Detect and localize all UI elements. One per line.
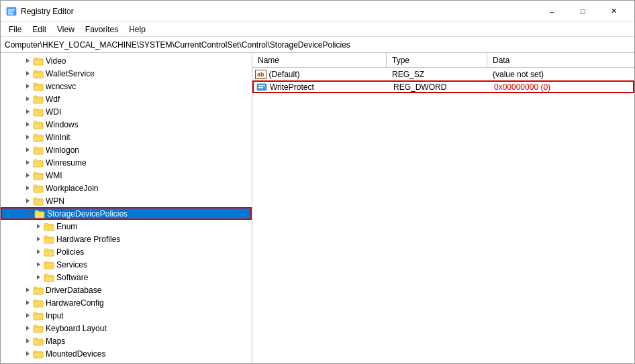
folder-icon bbox=[33, 158, 44, 168]
registry-value-row[interactable]: WriteProtectREG_DWORD0x00000000 (0) bbox=[252, 80, 634, 93]
svg-marker-5 bbox=[26, 71, 30, 76]
expand-icon[interactable] bbox=[22, 298, 33, 308]
expand-icon[interactable] bbox=[22, 94, 33, 105]
expand-icon[interactable] bbox=[33, 272, 44, 283]
svg-marker-10 bbox=[26, 135, 30, 139]
tree-item-label: Input bbox=[46, 311, 64, 320]
tree-item[interactable]: Wdf bbox=[1, 93, 252, 105]
folder-icon bbox=[33, 133, 44, 142]
tree-item-label: WDI bbox=[46, 107, 61, 117]
tree-item[interactable]: Policies bbox=[1, 245, 252, 258]
expand-icon[interactable] bbox=[22, 68, 33, 79]
menu-bar: FileEditViewFavoritesHelp bbox=[1, 22, 634, 37]
menu-item-edit[interactable]: Edit bbox=[27, 23, 52, 36]
folder-icon bbox=[44, 235, 54, 244]
folder-icon bbox=[44, 273, 54, 282]
expand-icon[interactable] bbox=[22, 158, 33, 168]
menu-item-help[interactable]: Help bbox=[124, 23, 151, 36]
tree-item[interactable]: StorageDevicePolicies bbox=[1, 207, 252, 220]
tree-item[interactable]: DriverDatabase bbox=[1, 284, 252, 296]
tree-item-label: Software bbox=[56, 273, 88, 282]
tree-item[interactable]: WPN bbox=[1, 194, 252, 207]
svg-marker-15 bbox=[26, 198, 30, 203]
expand-icon[interactable] bbox=[22, 132, 33, 143]
window-controls: – □ ✕ bbox=[536, 1, 629, 22]
expand-icon[interactable] bbox=[22, 310, 33, 321]
svg-rect-3 bbox=[8, 13, 13, 15]
folder-icon bbox=[44, 260, 54, 269]
expand-icon[interactable] bbox=[22, 323, 33, 334]
folder-icon bbox=[33, 362, 44, 364]
folder-icon bbox=[33, 184, 44, 193]
tree-item[interactable]: HardwareConfig bbox=[1, 296, 252, 309]
expand-icon[interactable] bbox=[22, 285, 33, 296]
address-path: Computer\HKEY_LOCAL_MACHINE\SYSTEM\Curre… bbox=[5, 40, 350, 50]
expand-icon[interactable] bbox=[22, 349, 33, 359]
folder-icon bbox=[44, 222, 54, 231]
expand-icon[interactable] bbox=[22, 81, 33, 92]
svg-marker-19 bbox=[37, 249, 40, 254]
window-title: Registry Editor bbox=[21, 7, 536, 16]
svg-marker-12 bbox=[26, 160, 30, 165]
minimize-button[interactable]: – bbox=[536, 1, 567, 22]
expand-icon[interactable] bbox=[22, 336, 33, 347]
tree-item[interactable]: Video bbox=[1, 54, 252, 67]
svg-rect-31 bbox=[258, 85, 265, 86]
tree-item[interactable]: wcncsvc bbox=[1, 80, 252, 93]
tree-item[interactable]: WalletService bbox=[1, 67, 252, 80]
folder-icon bbox=[33, 298, 44, 308]
folder-icon bbox=[33, 171, 44, 180]
tree-item-label: Winlogon bbox=[46, 145, 79, 155]
svg-marker-4 bbox=[26, 58, 30, 63]
expand-icon[interactable] bbox=[33, 259, 44, 270]
tree-item[interactable]: ResourceManager bbox=[1, 360, 252, 363]
tree-item[interactable]: Windows bbox=[1, 118, 252, 131]
tree-item[interactable]: MountedDevices bbox=[1, 347, 252, 360]
expand-icon[interactable] bbox=[22, 56, 33, 66]
tree-item-label: Services bbox=[56, 260, 87, 269]
tree-item[interactable]: WDI bbox=[1, 105, 252, 118]
registry-value-name: WriteProtect bbox=[254, 82, 388, 93]
expand-icon[interactable] bbox=[22, 361, 33, 364]
folder-icon bbox=[33, 286, 44, 295]
tree-item[interactable]: Hardware Profiles bbox=[1, 233, 252, 245]
data-panel[interactable]: ab(Default)REG_SZ(value not set) WritePr… bbox=[252, 68, 634, 363]
tree-item[interactable]: Software bbox=[1, 271, 252, 284]
tree-item[interactable]: Services bbox=[1, 258, 252, 271]
svg-rect-1 bbox=[8, 9, 15, 11]
svg-marker-21 bbox=[37, 275, 40, 280]
expand-icon[interactable] bbox=[22, 107, 33, 117]
tree-item-label: WPN bbox=[46, 196, 64, 206]
tree-item[interactable]: Maps bbox=[1, 335, 252, 347]
svg-marker-9 bbox=[26, 122, 30, 127]
svg-marker-7 bbox=[26, 97, 30, 101]
tree-item-label: Maps bbox=[46, 337, 65, 346]
tree-item[interactable]: Winresume bbox=[1, 156, 252, 169]
expand-icon[interactable] bbox=[33, 247, 44, 257]
menu-item-favorites[interactable]: Favorites bbox=[80, 23, 124, 36]
tree-item-label: Video bbox=[46, 56, 66, 66]
tree-item[interactable]: Input bbox=[1, 309, 252, 322]
tree-item[interactable]: WMI bbox=[1, 169, 252, 182]
svg-marker-25 bbox=[26, 326, 30, 330]
menu-item-file[interactable]: File bbox=[3, 23, 27, 36]
expand-icon[interactable] bbox=[22, 170, 33, 181]
expand-icon[interactable] bbox=[23, 208, 34, 219]
tree-item[interactable]: WorkplaceJoin bbox=[1, 182, 252, 194]
expand-icon[interactable] bbox=[22, 183, 33, 194]
expand-icon[interactable] bbox=[22, 119, 33, 130]
tree-item[interactable]: Enum bbox=[1, 220, 252, 233]
expand-icon[interactable] bbox=[33, 221, 44, 232]
expand-icon[interactable] bbox=[33, 234, 44, 245]
tree-item[interactable]: Keyboard Layout bbox=[1, 322, 252, 335]
expand-icon[interactable] bbox=[22, 196, 33, 206]
maximize-button[interactable]: □ bbox=[567, 1, 598, 22]
close-button[interactable]: ✕ bbox=[598, 1, 629, 22]
registry-value-row[interactable]: ab(Default)REG_SZ(value not set) bbox=[252, 68, 634, 80]
tree-item[interactable]: Winlogon bbox=[1, 143, 252, 156]
tree-item[interactable]: WinInit bbox=[1, 131, 252, 143]
svg-marker-11 bbox=[26, 147, 30, 152]
menu-item-view[interactable]: View bbox=[52, 23, 80, 36]
tree-panel[interactable]: Video WalletService wcncsvc Wdf WDI Wind… bbox=[1, 53, 252, 363]
expand-icon[interactable] bbox=[22, 145, 33, 156]
